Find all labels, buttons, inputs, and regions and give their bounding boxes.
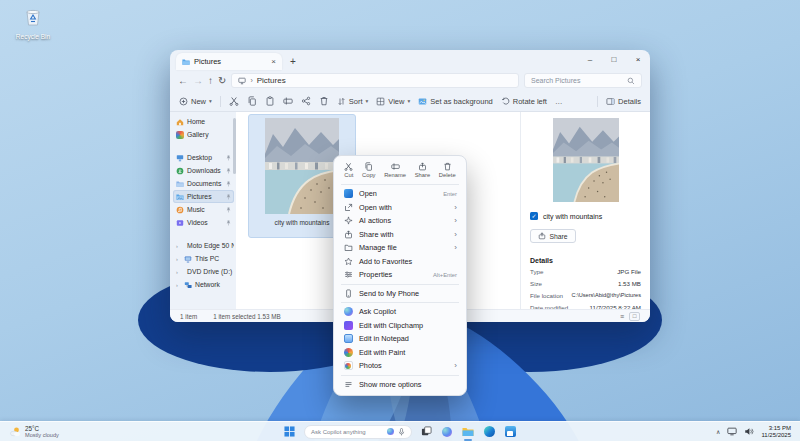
pin-icon	[226, 168, 231, 174]
edge-taskbar-button[interactable]	[483, 426, 495, 438]
cut-button[interactable]	[229, 96, 239, 106]
store-taskbar-button[interactable]	[504, 426, 516, 438]
expand-chevron-icon[interactable]: ›	[176, 282, 181, 288]
minimize-button[interactable]: –	[578, 50, 602, 69]
tray-chevron-icon[interactable]: ∧	[716, 428, 720, 435]
menu-item-shortcut: Alt+Enter	[433, 272, 457, 278]
expand-chevron-icon[interactable]: ›	[176, 256, 181, 262]
quick-rename-button[interactable]: Rename	[384, 162, 406, 178]
quick-share-button[interactable]: Share	[415, 162, 430, 178]
sidebar-label: Documents	[187, 180, 221, 187]
sidebar-item-documents[interactable]: Documents	[173, 177, 234, 190]
breadcrumb[interactable]: › Pictures	[231, 73, 519, 88]
copilot-taskbar-button[interactable]	[441, 426, 453, 438]
menu-item-photos[interactable]: Photos	[334, 359, 466, 373]
rotate-left-button[interactable]: Rotate left	[501, 97, 547, 106]
music-icon	[176, 206, 184, 214]
list-view-toggle[interactable]: ≡	[620, 313, 624, 320]
quick-copy-button[interactable]: Copy	[362, 162, 376, 178]
menu-item-label: Show more options	[359, 380, 421, 389]
menu-item-ask-copilot[interactable]: Ask Copilot	[334, 305, 466, 319]
share-button[interactable]	[301, 96, 311, 106]
sidebar-item-music[interactable]: Music	[173, 203, 234, 216]
volume-tray-icon[interactable]	[744, 427, 754, 436]
weather-widget[interactable]: 25°C Mostly cloudy	[9, 425, 59, 439]
tab-bar: Pictures × + – □ ×	[170, 50, 650, 70]
share-file-button[interactable]: Share	[530, 229, 576, 243]
menu-item-open-with[interactable]: Open with	[334, 201, 466, 215]
expand-chevron-icon[interactable]: ›	[176, 243, 181, 249]
menu-item-edit-in-notepad[interactable]: Edit in Notepad	[334, 332, 466, 346]
menu-item-show-more-options[interactable]: Show more options	[334, 378, 466, 392]
selected-file-row[interactable]: ✓ city with mountains	[530, 212, 641, 220]
menu-item-label: Share with	[359, 230, 393, 239]
cut-icon	[344, 162, 353, 171]
checkbox-checked-icon[interactable]: ✓	[530, 212, 538, 220]
menu-item-properties[interactable]: Properties Alt+Enter	[334, 268, 466, 282]
sidebar-item-desktop[interactable]: Desktop	[173, 151, 234, 164]
details-panel-icon	[606, 97, 615, 106]
quick-delete-button[interactable]: Delete	[439, 162, 456, 178]
new-tab-button[interactable]: +	[290, 54, 296, 70]
up-button[interactable]: ↑	[208, 76, 213, 86]
thumbnail-view-toggle[interactable]: □	[629, 312, 640, 321]
close-button[interactable]: ×	[626, 50, 650, 69]
sidebar-label: Videos	[187, 219, 208, 226]
task-view-button[interactable]	[421, 426, 432, 437]
quick-cut-button[interactable]: Cut	[344, 162, 353, 178]
menu-item-manage-file[interactable]: Manage file	[334, 241, 466, 255]
sidebar-item-dvd-drive[interactable]: › DVD Drive (D:) C	[173, 265, 234, 278]
start-button[interactable]	[284, 426, 295, 437]
copy-button[interactable]	[247, 96, 257, 106]
open-with-icon	[343, 203, 353, 212]
delete-button[interactable]	[319, 96, 329, 106]
file-explorer-taskbar-button[interactable]	[462, 426, 474, 438]
display-tray-icon[interactable]	[727, 427, 737, 436]
menu-item-ai-actions[interactable]: AI actions	[334, 214, 466, 228]
paste-button[interactable]	[265, 96, 275, 106]
forward-button[interactable]: →	[193, 76, 203, 86]
tab-close-icon[interactable]: ×	[271, 57, 276, 66]
sidebar-item-phone[interactable]: › Moto Edge 50 N	[173, 239, 234, 252]
sidebar-item-home[interactable]: Home	[173, 115, 234, 128]
tab-pictures[interactable]: Pictures ×	[176, 53, 282, 70]
menu-item-add-to-favorites[interactable]: Add to Favorites	[334, 255, 466, 269]
recycle-bin-shortcut[interactable]: Recycle Bin	[10, 6, 56, 40]
mic-icon[interactable]	[398, 428, 405, 436]
menu-item-share-with[interactable]: Share with	[334, 228, 466, 242]
menu-item-edit-with-clipchamp[interactable]: Edit with Clipchamp	[334, 319, 466, 333]
maximize-button[interactable]: □	[602, 50, 626, 69]
taskbar-clock[interactable]: 3:15 PM 11/25/2025	[761, 425, 791, 439]
rename-button[interactable]	[283, 96, 293, 106]
more-options-button[interactable]: …	[555, 97, 563, 106]
menu-item-edit-with-paint[interactable]: Edit with Paint	[334, 346, 466, 360]
search-box[interactable]: Search Pictures	[524, 73, 642, 88]
pin-icon	[226, 207, 231, 213]
view-button[interactable]: View▾	[376, 97, 410, 106]
sidebar-label: This PC	[195, 255, 219, 262]
menu-item-open[interactable]: Open Enter	[334, 187, 466, 201]
quick-action-label: Copy	[362, 172, 376, 178]
copy-icon	[364, 162, 373, 171]
copilot-icon	[343, 307, 353, 316]
sidebar-item-network[interactable]: › Network	[173, 278, 234, 291]
sidebar-item-gallery[interactable]: Gallery	[173, 128, 234, 141]
taskbar-search-box[interactable]: Ask Copilot anything	[304, 425, 412, 439]
refresh-button[interactable]: ↻	[218, 76, 226, 86]
pin-icon	[226, 194, 231, 200]
sidebar-item-videos[interactable]: Videos	[173, 216, 234, 229]
copilot-mini-icon	[387, 428, 394, 435]
menu-item-label: Send to My Phone	[359, 289, 419, 298]
delete-icon	[443, 162, 452, 171]
sidebar-item-this-pc[interactable]: › This PC	[173, 252, 234, 265]
expand-chevron-icon[interactable]: ›	[176, 269, 181, 275]
sidebar-item-pictures[interactable]: Pictures	[173, 190, 234, 203]
sort-button[interactable]: Sort▾	[337, 97, 369, 106]
back-button[interactable]: ←	[178, 76, 188, 86]
address-bar: ← → ↑ ↻ › Pictures Search Pictures	[170, 70, 650, 91]
set-as-background-button[interactable]: Set as background	[418, 97, 493, 106]
menu-item-send-to-my-phone[interactable]: Send to My Phone	[334, 287, 466, 301]
details-pane-button[interactable]: Details	[606, 97, 641, 106]
new-button[interactable]: New▾	[179, 97, 212, 106]
sidebar-item-downloads[interactable]: Downloads	[173, 164, 234, 177]
